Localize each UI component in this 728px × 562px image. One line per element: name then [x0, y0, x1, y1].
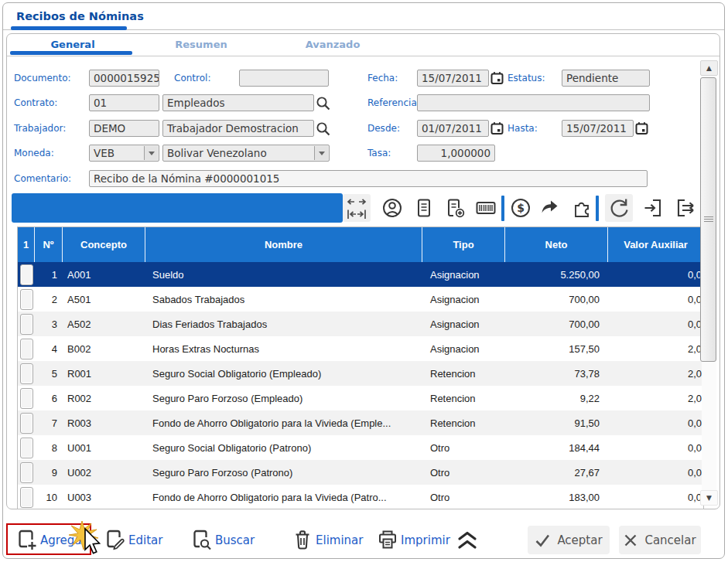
documento-field[interactable]: 0000015925	[89, 70, 159, 87]
buscar-button[interactable]: Buscar	[215, 533, 255, 547]
referencia-field[interactable]	[417, 94, 650, 111]
trabajador-label: Trabajador:	[14, 123, 66, 134]
cell-concepto: B002	[63, 343, 145, 355]
aceptar-button[interactable]: Aceptar	[528, 526, 610, 554]
fecha-field[interactable]: 15/07/2011	[417, 70, 489, 87]
row-select-button[interactable]	[20, 462, 33, 483]
edit-document-icon[interactable]	[104, 528, 125, 550]
cancelar-button[interactable]: Cancelar	[619, 526, 701, 554]
cell-concepto: A501	[63, 294, 145, 305]
worker-icon[interactable]	[380, 196, 405, 220]
tasa-field[interactable]: 1,000000	[417, 145, 495, 162]
search-trabajador-icon[interactable]	[316, 121, 330, 137]
row-select-button[interactable]	[20, 363, 33, 384]
table-row[interactable]: 4 B002 Horas Extras Nocturnas Asignacion…	[18, 336, 703, 361]
hasta-field[interactable]: 15/07/2011	[562, 120, 634, 137]
toolbar-divider	[501, 196, 504, 221]
scrollbar-down-icon[interactable]: ▼	[700, 490, 718, 506]
cell-nombre: Sabados Trabajados	[145, 294, 422, 305]
editar-button[interactable]: Editar	[128, 533, 162, 547]
trabajador-name-field[interactable]: Trabajador Demostracion	[162, 120, 314, 137]
export-icon[interactable]	[675, 196, 699, 220]
row-select-button[interactable]	[20, 487, 33, 508]
column-header-nombre[interactable]: Nombre	[145, 227, 422, 262]
estatus-field[interactable]: Pendiente	[562, 70, 650, 87]
nav-arrows-icon[interactable]	[343, 194, 371, 222]
table-row[interactable]: 3 A502 Dias Feriados Trabajados Asignaci…	[18, 312, 703, 336]
add-document-icon[interactable]	[15, 528, 37, 550]
moneda-name-select[interactable]: Bolivar Venezolano	[162, 145, 330, 162]
refresh-icon[interactable]	[605, 194, 633, 222]
puzzle-icon[interactable]	[570, 196, 595, 220]
calendar-icon[interactable]	[490, 71, 504, 87]
row-select-button[interactable]	[20, 438, 33, 458]
recibos-de-nominas-window: Recibos de Nóminas General Resumen Avanz…	[0, 0, 728, 562]
document-icon[interactable]	[412, 196, 436, 220]
search-document-icon[interactable]	[190, 528, 212, 550]
dropdown-arrow-icon[interactable]	[144, 146, 158, 160]
row-select-cell	[18, 363, 35, 384]
search-contrato-icon[interactable]	[316, 96, 330, 111]
cell-tipo: Retencion	[422, 393, 505, 404]
eliminar-button[interactable]: Eliminar	[316, 533, 363, 547]
dropdown-arrow-icon[interactable]	[314, 146, 328, 160]
trash-icon[interactable]	[291, 528, 313, 550]
control-field[interactable]	[239, 70, 329, 87]
column-header-neto[interactable]: Neto	[505, 227, 608, 262]
row-select-button[interactable]	[20, 413, 33, 434]
cell-valor: 0,0	[608, 318, 703, 330]
table-row[interactable]: 5 R001 Seguro Social Obligatorio (Emplea…	[18, 361, 703, 386]
cell-num: 10	[35, 492, 63, 503]
printer-icon[interactable]	[376, 528, 398, 550]
cell-neto: 9,22	[505, 393, 608, 404]
cell-num: 1	[35, 269, 63, 281]
row-select-button[interactable]	[20, 289, 33, 310]
cell-tipo: Asignacion	[422, 343, 505, 355]
table-row[interactable]: 9 U002 Seguro Paro Forzoso (Patrono) Otr…	[18, 460, 703, 485]
barcode-icon[interactable]	[473, 196, 498, 220]
scrollbar-thumb[interactable]	[700, 77, 716, 362]
share-icon[interactable]	[538, 196, 563, 220]
cell-tipo: Asignacion	[422, 318, 505, 330]
table-row[interactable]: 1 A001 Sueldo Asignacion 5.250,00 0,0	[18, 262, 703, 287]
moneda-code-select[interactable]: VEB	[89, 145, 159, 162]
table-row[interactable]: 8 U001 Seguro Social Obligatorio (Patron…	[18, 435, 703, 460]
imprimir-button[interactable]: Imprimir	[401, 533, 450, 547]
cell-tipo: Asignacion	[422, 294, 505, 305]
column-header-tipo[interactable]: Tipo	[422, 227, 505, 262]
row-select-button[interactable]	[20, 314, 33, 335]
cell-neto: 73,78	[505, 368, 608, 380]
column-header-concepto[interactable]: Concepto	[63, 227, 145, 262]
desde-field[interactable]: 01/07/2011	[417, 120, 489, 137]
column-header-valor[interactable]: Valor Auxiliar	[608, 227, 703, 262]
contrato-name-field[interactable]: Empleados	[162, 94, 314, 111]
table-row[interactable]: 7 R003 Fondo de Ahorro Obligatorio para …	[18, 410, 703, 435]
trabajador-code-field[interactable]: DEMO	[89, 120, 159, 137]
calendar-icon[interactable]	[490, 121, 504, 137]
contrato-code-field[interactable]: 01	[89, 94, 159, 111]
tab-avanzado[interactable]: Avanzado	[267, 39, 398, 54]
cell-concepto: U001	[63, 442, 145, 454]
dollar-icon[interactable]: $	[508, 196, 533, 220]
row-select-cell	[18, 339, 35, 359]
fecha-label: Fecha:	[367, 73, 398, 83]
table-row[interactable]: 6 R002 Seguro Paro Forzoso (Empleado) Re…	[18, 386, 703, 410]
table-row[interactable]: 10 U003 Fondo de Ahorro Obligatorio para…	[18, 485, 703, 509]
import-icon[interactable]	[641, 196, 666, 220]
document-add-icon[interactable]	[443, 196, 467, 220]
column-header-select[interactable]: 1	[18, 227, 35, 262]
contrato-label: Contrato:	[14, 97, 57, 108]
calendar-icon[interactable]	[635, 121, 649, 137]
table-row[interactable]: 2 A501 Sabados Trabajados Asignacion 700…	[18, 287, 703, 312]
tab-resumen[interactable]: Resumen	[139, 39, 263, 54]
row-select-button[interactable]	[20, 339, 33, 359]
row-select-button[interactable]	[20, 264, 33, 285]
cell-valor: 2,0	[608, 368, 703, 380]
scrollbar-up-icon[interactable]: ▲	[700, 60, 718, 76]
comentario-field[interactable]: Recibo de la Nómina #0000001015	[89, 170, 648, 187]
row-select-button[interactable]	[20, 388, 33, 409]
cell-tipo: Asignacion	[422, 269, 505, 281]
column-header-num[interactable]: Nº	[35, 227, 63, 262]
chevrons-up-icon[interactable]	[455, 530, 477, 551]
cell-nombre: Dias Feriados Trabajados	[145, 318, 422, 330]
